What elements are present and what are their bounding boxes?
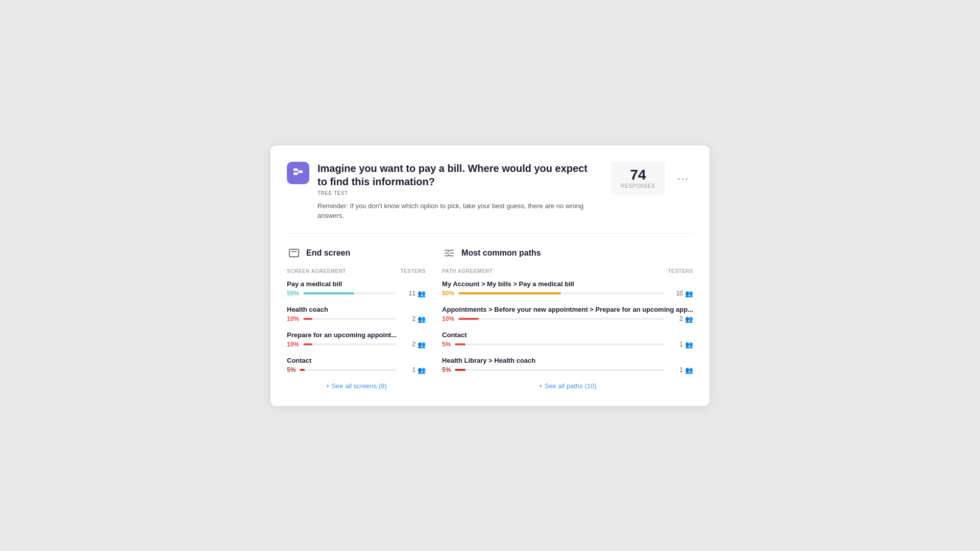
paths-table-header: PATH AGREEMENT TESTERS — [442, 268, 693, 276]
testers-icon: 👥 — [685, 290, 693, 297]
list-item: Contact 5% 1 👥 — [442, 331, 693, 348]
bar-fill — [303, 343, 312, 345]
responses-label: RESPONSES — [621, 183, 655, 189]
common-paths-icon — [442, 246, 456, 260]
tester-count: 10 — [676, 290, 683, 297]
see-all-screens-link[interactable]: + See all screens (8) — [287, 382, 426, 390]
path-item-name: Appointments > Before your new appointme… — [442, 306, 693, 313]
tester-count: 2 — [679, 315, 683, 322]
path-pct: 10% — [442, 315, 454, 322]
path-testers-label: TESTERS — [668, 268, 693, 274]
end-screen-panel: End screen SCREEN AGREEMENT TESTERS Pay … — [287, 246, 426, 390]
header-text: Imagine you want to pay a bill. Where wo… — [317, 162, 599, 221]
end-screen-header: End screen — [287, 246, 426, 260]
bar-stats: 1 👥 — [668, 366, 693, 374]
list-item: Appointments > Before your new appointme… — [442, 306, 693, 323]
list-item: Contact 5% 1 👥 — [287, 357, 426, 374]
bar-fill — [303, 292, 354, 294]
bar-stats: 2 👥 — [400, 341, 426, 348]
divider — [287, 233, 693, 234]
bar-track — [458, 292, 664, 294]
common-paths-panel: Most common paths PATH AGREEMENT TESTERS… — [442, 246, 693, 390]
testers-icon: 👥 — [418, 341, 426, 348]
header-left: Imagine you want to pay a bill. Where wo… — [287, 162, 599, 221]
tester-count: 1 — [679, 366, 683, 373]
screen-item-name: Contact — [287, 357, 426, 364]
path-agreement-label: PATH AGREEMENT — [442, 268, 493, 274]
bar-stats: 2 👥 — [400, 315, 426, 323]
bar-fill — [455, 369, 465, 371]
responses-box: 74 RESPONSES — [611, 162, 666, 195]
path-item-name: My Account > My bills > Pay a medical bi… — [442, 280, 693, 288]
question-title: Imagine you want to pay a bill. Where wo… — [317, 162, 599, 188]
screen-pct: 10% — [287, 341, 299, 348]
path-pct: 5% — [442, 341, 451, 348]
end-screen-table-header: SCREEN AGREEMENT TESTERS — [287, 268, 426, 276]
tester-count: 2 — [412, 341, 415, 348]
bar-row: 50% 10 👥 — [442, 290, 693, 297]
testers-icon: 👥 — [418, 290, 426, 297]
bar-track — [458, 318, 664, 320]
bar-row: 5% 1 👥 — [442, 366, 693, 374]
screen-pct: 55% — [287, 290, 299, 297]
bar-row: 10% 2 👥 — [287, 315, 426, 323]
common-paths-title: Most common paths — [461, 248, 541, 258]
bar-fill — [455, 343, 465, 345]
svg-rect-5 — [289, 249, 299, 257]
testers-icon: 👥 — [685, 366, 693, 374]
bar-row: 10% 2 👥 — [442, 315, 693, 323]
screen-agreement-label: SCREEN AGREEMENT — [287, 268, 346, 274]
svg-line-3 — [298, 169, 299, 171]
bar-stats: 10 👥 — [668, 290, 693, 297]
tester-count: 11 — [409, 290, 415, 297]
bar-stats: 1 👥 — [400, 366, 426, 374]
bar-row: 55% 11 👥 — [287, 290, 426, 297]
more-options-button[interactable]: ··· — [673, 170, 693, 186]
panels: End screen SCREEN AGREEMENT TESTERS Pay … — [287, 246, 693, 390]
tag-label: TREE TEST — [317, 190, 599, 196]
bar-track — [455, 369, 664, 371]
bar-fill — [300, 369, 304, 371]
list-item: Health coach 10% 2 👥 — [287, 306, 426, 323]
see-all-paths-link[interactable]: + See all paths (10) — [442, 382, 693, 390]
screen-item-name: Health coach — [287, 306, 426, 313]
list-item: My Account > My bills > Pay a medical bi… — [442, 280, 693, 297]
bar-row: 10% 2 👥 — [287, 341, 426, 348]
bar-stats: 1 👥 — [668, 341, 693, 348]
bar-fill — [458, 292, 561, 294]
tester-count: 1 — [412, 366, 415, 373]
svg-line-4 — [298, 171, 299, 173]
bar-row: 5% 1 👥 — [442, 341, 693, 348]
screen-pct: 5% — [287, 366, 296, 373]
svg-rect-0 — [293, 168, 298, 171]
tree-test-icon — [287, 162, 309, 184]
list-item: Prepare for an upcoming appoint... 10% 2… — [287, 331, 426, 348]
tester-count: 2 — [412, 315, 415, 322]
responses-count: 74 — [621, 168, 655, 182]
bar-fill — [303, 318, 312, 320]
testers-icon: 👥 — [685, 341, 693, 348]
path-pct: 50% — [442, 290, 454, 297]
bar-track — [455, 343, 664, 345]
svg-rect-1 — [293, 172, 298, 175]
bar-track — [300, 369, 396, 371]
testers-icon: 👥 — [685, 315, 693, 323]
screen-item-name: Pay a medical bill — [287, 280, 426, 288]
path-item-name: Contact — [442, 331, 693, 339]
bar-fill — [458, 318, 479, 320]
screen-item-name: Prepare for an upcoming appoint... — [287, 331, 426, 339]
end-screen-icon — [287, 246, 301, 260]
tester-count: 1 — [679, 341, 683, 348]
end-screen-title: End screen — [306, 248, 350, 258]
reminder-text: Reminder: If you don't know which option… — [317, 201, 599, 221]
bar-stats: 2 👥 — [668, 315, 693, 323]
main-card: Imagine you want to pay a bill. Where wo… — [271, 145, 709, 406]
header-right: 74 RESPONSES ··· — [611, 162, 693, 195]
bar-track — [303, 292, 396, 294]
card-header: Imagine you want to pay a bill. Where wo… — [287, 162, 693, 221]
screen-pct: 10% — [287, 315, 299, 322]
path-item-name: Health Library > Health coach — [442, 357, 693, 364]
list-item: Health Library > Health coach 5% 1 👥 — [442, 357, 693, 374]
bar-track — [303, 343, 396, 345]
path-pct: 5% — [442, 366, 451, 373]
